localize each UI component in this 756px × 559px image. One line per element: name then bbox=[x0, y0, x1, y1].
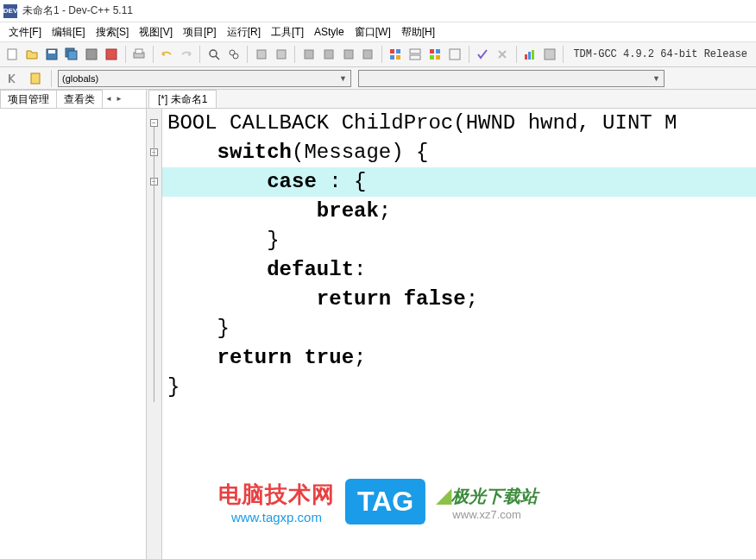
left-panel: 项目管理 查看类 ◄ ► bbox=[0, 90, 147, 559]
app-icon: DEV bbox=[3, 4, 17, 18]
new-file-icon[interactable] bbox=[3, 45, 22, 64]
grid4-icon[interactable] bbox=[446, 45, 464, 64]
compile-run-icon[interactable] bbox=[319, 45, 337, 64]
fold-line bbox=[154, 127, 154, 402]
menu-view[interactable]: 视图[V] bbox=[134, 23, 178, 41]
code-line[interactable]: default: bbox=[162, 255, 756, 285]
close-icon[interactable] bbox=[103, 45, 121, 64]
profile-icon[interactable] bbox=[541, 45, 559, 64]
tab-class-view[interactable]: 查看类 bbox=[56, 90, 103, 108]
code-line[interactable]: } bbox=[162, 226, 756, 255]
svg-rect-30 bbox=[525, 54, 527, 60]
code-line[interactable]: } bbox=[162, 314, 756, 343]
code-line[interactable]: break; bbox=[162, 197, 756, 226]
svg-rect-23 bbox=[410, 49, 420, 53]
svg-rect-27 bbox=[430, 55, 434, 60]
separator bbox=[125, 46, 126, 63]
separator bbox=[381, 46, 382, 63]
svg-rect-26 bbox=[436, 49, 440, 53]
menu-edit[interactable]: 编辑[E] bbox=[47, 23, 91, 41]
svg-line-10 bbox=[216, 56, 219, 60]
replace-icon[interactable] bbox=[224, 45, 243, 64]
code-line[interactable]: return true; bbox=[162, 343, 756, 373]
separator bbox=[294, 46, 295, 63]
grid2-icon[interactable] bbox=[406, 45, 425, 64]
code-line[interactable]: } bbox=[162, 373, 756, 402]
svg-rect-14 bbox=[277, 50, 286, 59]
tab-scroll-right-icon[interactable]: ► bbox=[114, 91, 124, 107]
menu-help[interactable]: 帮助[H] bbox=[396, 23, 440, 41]
svg-rect-17 bbox=[344, 50, 353, 59]
editor-tab-file[interactable]: [*] 未命名1 bbox=[148, 90, 217, 108]
separator bbox=[563, 46, 564, 63]
redo-icon[interactable] bbox=[178, 45, 196, 64]
save-icon[interactable] bbox=[43, 45, 61, 64]
goto-bookmark-icon[interactable] bbox=[26, 69, 45, 88]
svg-rect-25 bbox=[430, 49, 434, 53]
open-file-icon[interactable] bbox=[23, 45, 41, 64]
print-icon[interactable] bbox=[130, 45, 148, 64]
svg-rect-35 bbox=[31, 73, 40, 84]
watermark-tag: TAG bbox=[345, 479, 425, 524]
svg-rect-16 bbox=[324, 50, 333, 59]
svg-rect-5 bbox=[86, 49, 97, 60]
menu-bar: 文件[F] 编辑[E] 搜索[S] 视图[V] 项目[P] 运行[R] 工具[T… bbox=[0, 22, 756, 41]
menu-astyle[interactable]: AStyle bbox=[309, 24, 350, 40]
svg-rect-18 bbox=[363, 50, 372, 59]
watermark-left: 电脑技术网 www.tagxp.com bbox=[218, 480, 335, 524]
member-selector[interactable]: ▼ bbox=[358, 70, 665, 87]
watermark-title: 电脑技术网 bbox=[218, 480, 335, 510]
tab-scroll-left-icon[interactable]: ◄ bbox=[104, 91, 114, 107]
check-icon[interactable] bbox=[474, 45, 492, 64]
undo-icon[interactable] bbox=[158, 45, 176, 64]
menu-run[interactable]: 运行[R] bbox=[222, 23, 266, 41]
find-icon[interactable] bbox=[205, 45, 223, 64]
separator bbox=[153, 46, 154, 63]
debug-icon[interactable] bbox=[339, 45, 357, 64]
run-icon[interactable] bbox=[272, 45, 290, 64]
watermark: 电脑技术网 www.tagxp.com TAG ◢极光下载站 www.xz7.c… bbox=[218, 479, 538, 524]
cancel-icon[interactable] bbox=[494, 45, 512, 64]
separator bbox=[516, 46, 517, 63]
scope-label: (globals) bbox=[62, 73, 98, 84]
compiler-status: TDM-GCC 4.9.2 64-bit Release bbox=[568, 48, 753, 60]
stop-icon[interactable] bbox=[359, 45, 377, 64]
editor-tabs: [*] 未命名1 bbox=[147, 90, 756, 109]
grid1-icon[interactable] bbox=[387, 45, 405, 64]
code-line[interactable]: BOOL CALLBACK ChildProc(HWND hwnd, UINT … bbox=[162, 109, 756, 138]
save-all-icon[interactable] bbox=[63, 45, 81, 64]
scope-selector[interactable]: (globals) ▼ bbox=[58, 70, 351, 87]
code-line[interactable]: return false; bbox=[162, 285, 756, 314]
menu-project[interactable]: 项目[P] bbox=[178, 23, 222, 41]
goto-back-icon[interactable] bbox=[3, 69, 22, 88]
svg-rect-0 bbox=[8, 49, 16, 60]
menu-tools[interactable]: 工具[T] bbox=[266, 23, 309, 41]
svg-rect-22 bbox=[396, 55, 400, 60]
svg-point-12 bbox=[233, 53, 238, 59]
window-title: 未命名1 - Dev-C++ 5.11 bbox=[22, 3, 133, 18]
rebuild-icon[interactable] bbox=[299, 45, 318, 64]
secondary-toolbar: (globals) ▼ ▼ bbox=[0, 67, 756, 90]
chevron-down-icon: ▼ bbox=[339, 74, 347, 83]
separator bbox=[51, 70, 52, 87]
code-line[interactable]: switch(Message) { bbox=[162, 138, 756, 167]
watermark-right: ◢极光下载站 www.xz7.com bbox=[436, 483, 538, 521]
menu-file[interactable]: 文件[F] bbox=[3, 23, 47, 41]
save-as-icon[interactable] bbox=[83, 45, 101, 64]
svg-rect-31 bbox=[528, 52, 531, 60]
menu-window[interactable]: 窗口[W] bbox=[350, 23, 396, 41]
grid3-icon[interactable] bbox=[426, 45, 444, 64]
code-line[interactable]: case : { bbox=[162, 167, 756, 197]
menu-search[interactable]: 搜索[S] bbox=[91, 23, 135, 41]
svg-rect-13 bbox=[257, 50, 266, 59]
chart-icon[interactable] bbox=[521, 45, 539, 64]
title-bar: DEV 未命名1 - Dev-C++ 5.11 bbox=[0, 0, 756, 22]
svg-rect-8 bbox=[135, 49, 142, 53]
separator bbox=[199, 46, 200, 63]
compile-icon[interactable] bbox=[252, 45, 270, 64]
svg-point-9 bbox=[210, 50, 217, 57]
svg-rect-6 bbox=[106, 49, 117, 60]
fold-toggle-icon[interactable]: − bbox=[150, 119, 158, 127]
svg-rect-29 bbox=[450, 49, 460, 60]
tab-project-manage[interactable]: 项目管理 bbox=[0, 90, 57, 108]
